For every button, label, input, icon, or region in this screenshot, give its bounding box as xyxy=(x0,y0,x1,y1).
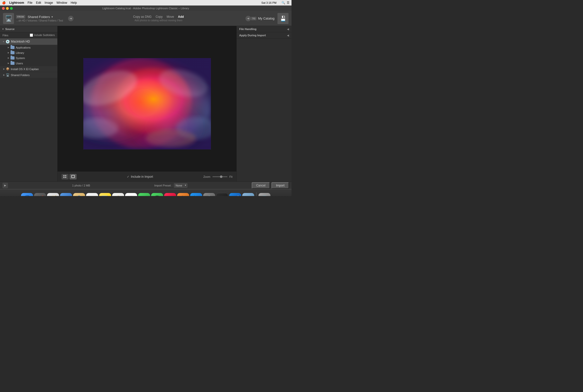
source-section-header[interactable]: ▼ Source xyxy=(0,26,57,32)
zoom-thumb[interactable] xyxy=(220,175,222,178)
catalog-icon: 💾 xyxy=(277,13,288,24)
applications-arrow: ▶ xyxy=(7,46,10,49)
files-row: Files Include Subfolders xyxy=(0,32,57,38)
users-label: Users xyxy=(16,62,23,65)
include-checkmark: ✓ xyxy=(127,175,129,178)
svg-rect-19 xyxy=(65,177,66,178)
dock-calendar[interactable]: 📅 xyxy=(86,193,98,196)
preset-dropdown[interactable]: None ▾ xyxy=(174,183,187,188)
copy-button[interactable]: Copy xyxy=(156,15,163,19)
apply-during-import-section[interactable]: Apply During Import ◀ xyxy=(237,32,292,39)
move-button[interactable]: Move xyxy=(167,15,174,19)
include-in-import[interactable]: ✓ Include in Import xyxy=(127,175,153,178)
facetime-icon: 📹 xyxy=(140,195,148,196)
dock-safari[interactable]: 🧭 xyxy=(47,193,59,196)
tree-item-applications[interactable]: ▶ Applications xyxy=(0,45,57,50)
system-arrow: ▶ xyxy=(7,57,10,60)
source-dropdown-icon[interactable]: ▼ xyxy=(51,16,53,18)
dock-photos[interactable]: 🌸 xyxy=(125,193,137,196)
catalog-name[interactable]: My Catalog xyxy=(258,17,274,20)
apply-during-import-label: Apply During Import xyxy=(239,34,266,37)
dock-mail[interactable]: ✉️ xyxy=(60,193,72,196)
import-button[interactable]: Import xyxy=(271,182,289,189)
grid-view-button[interactable] xyxy=(62,174,69,179)
library-arrow: ▶ xyxy=(7,51,10,54)
dock-reminders[interactable]: 🔔 xyxy=(112,193,124,196)
zoom-slider[interactable] xyxy=(212,176,227,177)
preview-image[interactable] xyxy=(83,58,211,149)
close-button[interactable] xyxy=(2,7,5,10)
tree-item-users[interactable]: ▶ Users xyxy=(0,61,57,66)
macintosh-hd-item[interactable]: ▼ 💿 Macintosh HD xyxy=(0,38,57,45)
svg-rect-17 xyxy=(65,175,66,176)
control-center-icon[interactable]: ☰ xyxy=(287,1,289,5)
source-name[interactable]: Shared Folders xyxy=(28,15,50,19)
import-header: 🖥️ FROM Shared Folders ▼ …sh HD / Volume… xyxy=(0,11,292,26)
apply-during-import-collapse-icon: ◀ xyxy=(287,34,289,37)
library-label: Library xyxy=(16,51,24,54)
tree-item-install-osx[interactable]: ▶ 📦 Install OS X El Capitan xyxy=(0,66,57,72)
testflight-icon: ✈️ xyxy=(231,195,239,196)
dock-launchpad[interactable]: 🚀 xyxy=(34,193,46,196)
include-subfolders-checkbox[interactable] xyxy=(30,34,33,37)
zoom-label: Zoom xyxy=(203,175,210,178)
cancel-button[interactable]: Cancel xyxy=(252,182,270,189)
fullscreen-button[interactable] xyxy=(10,7,13,10)
dock-facetime[interactable]: 📹 xyxy=(138,193,150,196)
tree-item-shared-folders[interactable]: ▶ 🖥️ Shared Folders xyxy=(0,72,57,78)
menu-help[interactable]: Help xyxy=(71,1,77,5)
add-button[interactable]: Add xyxy=(178,15,184,19)
applications-label: Applications xyxy=(16,46,31,49)
fit-label[interactable]: Fit xyxy=(229,175,232,178)
dock-trash[interactable]: 🗑️ xyxy=(258,193,270,196)
menu-window[interactable]: Window xyxy=(57,1,67,5)
source-nav-button[interactable]: ➜ xyxy=(68,16,74,21)
zoom-section: Zoom Fit xyxy=(203,175,232,178)
app-name[interactable]: Lightroom xyxy=(9,1,24,5)
system-label: System xyxy=(16,57,25,60)
messages-icon: 💬 xyxy=(153,195,161,196)
dock-contacts[interactable]: 👤 xyxy=(73,193,85,196)
menu-image[interactable]: Image xyxy=(45,1,53,5)
minimize-button[interactable] xyxy=(6,7,9,10)
preset-value: None xyxy=(176,184,182,187)
search-icon[interactable]: 🔍 xyxy=(281,1,285,5)
loupe-view-button[interactable] xyxy=(70,174,77,179)
users-folder-icon xyxy=(11,62,15,65)
tree-item-library[interactable]: ▶ Library xyxy=(0,50,57,55)
dock-appstore[interactable]: 🛍️ xyxy=(190,193,202,196)
source-label: Source xyxy=(5,28,15,31)
copy-as-dng-button[interactable]: Copy as DNG xyxy=(133,15,152,19)
dock-separator xyxy=(256,192,256,196)
window-controls[interactable] xyxy=(2,7,13,10)
dest-nav-button[interactable]: ➜ xyxy=(245,16,251,21)
preset-section: Import Preset : None ▾ xyxy=(154,183,187,188)
right-panel: File Handling ◀ Apply During Import ◀ xyxy=(236,26,292,181)
svg-rect-16 xyxy=(63,175,65,176)
folder-icon: 📁 xyxy=(244,195,252,196)
users-arrow: ▶ xyxy=(7,62,10,65)
books-icon: 📚 xyxy=(179,195,187,196)
dock-books[interactable]: 📚 xyxy=(177,193,189,196)
expand-button[interactable]: ▶ xyxy=(3,183,8,188)
dock-notes[interactable]: 📝 xyxy=(99,193,111,196)
dock-finder[interactable]: 🔵 xyxy=(21,193,33,196)
menu-edit[interactable]: Edit xyxy=(36,1,41,5)
dock-testflight[interactable]: ✈️ xyxy=(229,193,241,196)
macintosh-hd-icon: 💿 xyxy=(6,40,10,44)
dock-system-prefs[interactable]: ⚙️ xyxy=(203,193,215,196)
tree-item-system[interactable]: ▶ System xyxy=(0,55,57,61)
dock-lightroom[interactable]: Lr xyxy=(216,193,228,196)
menu-file[interactable]: File xyxy=(28,1,32,5)
file-handling-section[interactable]: File Handling ◀ xyxy=(237,26,292,32)
to-badge: TO xyxy=(251,17,256,20)
apple-menu[interactable]: 🍎 xyxy=(2,1,6,5)
include-subfolders-toggle[interactable]: Include Subfolders xyxy=(30,34,55,37)
svg-rect-20 xyxy=(72,175,75,178)
install-osx-arrow: ▶ xyxy=(3,68,6,71)
dock-messages[interactable]: 💬 xyxy=(151,193,163,196)
photo-count: 1 photo / 2 MB xyxy=(72,184,90,187)
source-icon: 🖥️ xyxy=(3,13,14,24)
dock-folder[interactable]: 📁 xyxy=(242,193,254,196)
dock-music[interactable]: 🎵 xyxy=(164,193,176,196)
